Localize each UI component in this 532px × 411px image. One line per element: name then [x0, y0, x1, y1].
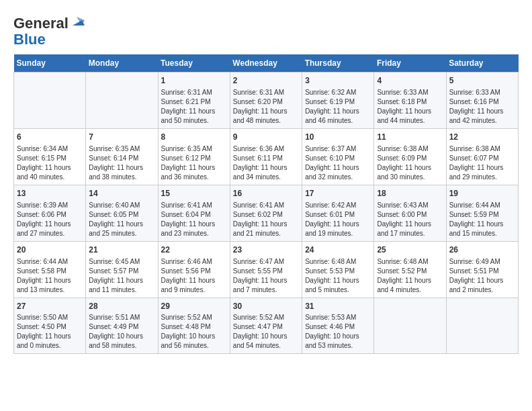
calendar-cell: 23Sunrise: 6:47 AM Sunset: 5:55 PM Dayli… — [230, 241, 302, 298]
calendar-cell: 14Sunrise: 6:40 AM Sunset: 6:05 PM Dayli… — [86, 185, 158, 241]
calendar-week-row: 6Sunrise: 6:34 AM Sunset: 6:15 PM Daylig… — [14, 129, 519, 185]
day-number: 12 — [449, 132, 515, 143]
day-info: Sunrise: 6:43 AM Sunset: 6:00 PM Dayligh… — [377, 201, 443, 238]
day-info: Sunrise: 6:44 AM Sunset: 5:59 PM Dayligh… — [449, 201, 515, 238]
day-number: 27 — [17, 301, 83, 312]
day-number: 28 — [89, 301, 154, 312]
day-of-week-header: Wednesday — [230, 54, 302, 73]
day-info: Sunrise: 6:45 AM Sunset: 5:57 PM Dayligh… — [89, 257, 154, 295]
day-number: 10 — [305, 132, 371, 143]
day-info: Sunrise: 6:35 AM Sunset: 6:14 PM Dayligh… — [89, 144, 154, 182]
day-number: 5 — [449, 75, 515, 87]
day-number: 6 — [17, 132, 83, 143]
logo: General Blue — [13, 13, 85, 48]
calendar-cell: 17Sunrise: 6:42 AM Sunset: 6:01 PM Dayli… — [302, 185, 374, 241]
day-of-week-header: Saturday — [446, 54, 518, 73]
day-info: Sunrise: 6:46 AM Sunset: 5:56 PM Dayligh… — [161, 257, 227, 295]
day-info: Sunrise: 5:51 AM Sunset: 4:49 PM Dayligh… — [89, 313, 154, 351]
day-of-week-header: Tuesday — [158, 54, 230, 73]
calendar-cell: 15Sunrise: 6:41 AM Sunset: 6:04 PM Dayli… — [158, 185, 230, 241]
day-info: Sunrise: 6:32 AM Sunset: 6:19 PM Dayligh… — [305, 88, 371, 126]
logo-blue-text: Blue — [13, 31, 46, 48]
day-info: Sunrise: 6:42 AM Sunset: 6:01 PM Dayligh… — [305, 201, 371, 238]
calendar-week-row: 27Sunrise: 5:50 AM Sunset: 4:50 PM Dayli… — [14, 298, 519, 354]
calendar-cell: 13Sunrise: 6:39 AM Sunset: 6:06 PM Dayli… — [14, 185, 86, 241]
day-number: 17 — [305, 188, 371, 199]
day-number: 31 — [305, 301, 371, 312]
day-info: Sunrise: 6:40 AM Sunset: 6:05 PM Dayligh… — [89, 201, 154, 238]
day-number: 16 — [233, 188, 299, 199]
calendar-cell: 26Sunrise: 6:49 AM Sunset: 5:51 PM Dayli… — [446, 241, 518, 298]
calendar-cell — [374, 298, 446, 354]
calendar-cell: 2Sunrise: 6:31 AM Sunset: 6:20 PM Daylig… — [230, 73, 302, 129]
day-number: 19 — [449, 188, 515, 199]
day-info: Sunrise: 6:44 AM Sunset: 5:58 PM Dayligh… — [17, 257, 83, 295]
day-number: 9 — [233, 132, 299, 143]
calendar-cell: 20Sunrise: 6:44 AM Sunset: 5:58 PM Dayli… — [14, 241, 86, 298]
calendar-cell: 24Sunrise: 6:48 AM Sunset: 5:53 PM Dayli… — [302, 241, 374, 298]
day-info: Sunrise: 6:37 AM Sunset: 6:10 PM Dayligh… — [305, 144, 371, 182]
calendar-cell: 22Sunrise: 6:46 AM Sunset: 5:56 PM Dayli… — [158, 241, 230, 298]
day-number: 1 — [161, 75, 227, 87]
day-number: 15 — [161, 188, 227, 199]
calendar-cell — [86, 73, 158, 129]
calendar-cell: 16Sunrise: 6:41 AM Sunset: 6:02 PM Dayli… — [230, 185, 302, 241]
day-number: 30 — [233, 301, 299, 312]
day-number: 8 — [161, 132, 227, 143]
calendar-cell: 5Sunrise: 6:33 AM Sunset: 6:16 PM Daylig… — [446, 73, 518, 129]
calendar-cell — [14, 73, 86, 129]
day-info: Sunrise: 6:33 AM Sunset: 6:18 PM Dayligh… — [377, 88, 443, 126]
day-number: 13 — [17, 188, 83, 199]
calendar-cell: 28Sunrise: 5:51 AM Sunset: 4:49 PM Dayli… — [86, 298, 158, 354]
day-number: 3 — [305, 75, 371, 87]
day-info: Sunrise: 5:50 AM Sunset: 4:50 PM Dayligh… — [17, 313, 83, 351]
calendar-cell: 18Sunrise: 6:43 AM Sunset: 6:00 PM Dayli… — [374, 185, 446, 241]
calendar-week-row: 20Sunrise: 6:44 AM Sunset: 5:58 PM Dayli… — [14, 241, 519, 298]
calendar-cell — [446, 298, 518, 354]
day-number: 4 — [377, 75, 443, 87]
day-info: Sunrise: 6:48 AM Sunset: 5:53 PM Dayligh… — [305, 257, 371, 295]
calendar-cell: 25Sunrise: 6:48 AM Sunset: 5:52 PM Dayli… — [374, 241, 446, 298]
day-number: 23 — [233, 244, 299, 256]
calendar-cell: 11Sunrise: 6:38 AM Sunset: 6:09 PM Dayli… — [374, 129, 446, 185]
day-info: Sunrise: 6:31 AM Sunset: 6:20 PM Dayligh… — [233, 88, 299, 126]
day-info: Sunrise: 5:53 AM Sunset: 4:46 PM Dayligh… — [305, 313, 371, 351]
day-info: Sunrise: 6:33 AM Sunset: 6:16 PM Dayligh… — [449, 88, 515, 126]
day-number: 21 — [89, 244, 154, 256]
calendar-week-row: 13Sunrise: 6:39 AM Sunset: 6:06 PM Dayli… — [14, 185, 519, 241]
logo-icon — [70, 13, 85, 28]
day-number: 29 — [161, 301, 227, 312]
day-number: 20 — [17, 244, 83, 256]
day-info: Sunrise: 6:47 AM Sunset: 5:55 PM Dayligh… — [233, 257, 299, 295]
calendar-week-row: 1Sunrise: 6:31 AM Sunset: 6:21 PM Daylig… — [14, 73, 519, 129]
day-info: Sunrise: 6:49 AM Sunset: 5:51 PM Dayligh… — [449, 257, 515, 295]
calendar-cell: 30Sunrise: 5:52 AM Sunset: 4:47 PM Dayli… — [230, 298, 302, 354]
calendar-cell: 29Sunrise: 5:52 AM Sunset: 4:48 PM Dayli… — [158, 298, 230, 354]
day-number: 11 — [377, 132, 443, 143]
day-number: 2 — [233, 75, 299, 87]
day-info: Sunrise: 5:52 AM Sunset: 4:48 PM Dayligh… — [161, 313, 227, 351]
calendar-cell: 8Sunrise: 6:35 AM Sunset: 6:12 PM Daylig… — [158, 129, 230, 185]
day-number: 24 — [305, 244, 371, 256]
day-info: Sunrise: 6:41 AM Sunset: 6:04 PM Dayligh… — [161, 201, 227, 238]
day-of-week-header: Friday — [374, 54, 446, 73]
calendar-header-row: SundayMondayTuesdayWednesdayThursdayFrid… — [14, 54, 519, 73]
page-header: General Blue — [13, 13, 519, 48]
calendar-cell: 3Sunrise: 6:32 AM Sunset: 6:19 PM Daylig… — [302, 73, 374, 129]
day-info: Sunrise: 6:38 AM Sunset: 6:09 PM Dayligh… — [377, 144, 443, 182]
day-info: Sunrise: 6:41 AM Sunset: 6:02 PM Dayligh… — [233, 201, 299, 238]
calendar-cell: 31Sunrise: 5:53 AM Sunset: 4:46 PM Dayli… — [302, 298, 374, 354]
day-info: Sunrise: 6:34 AM Sunset: 6:15 PM Dayligh… — [17, 144, 83, 182]
day-info: Sunrise: 6:36 AM Sunset: 6:11 PM Dayligh… — [233, 144, 299, 182]
calendar-table: SundayMondayTuesdayWednesdayThursdayFrid… — [13, 54, 519, 354]
day-info: Sunrise: 6:48 AM Sunset: 5:52 PM Dayligh… — [377, 257, 443, 295]
day-info: Sunrise: 6:39 AM Sunset: 6:06 PM Dayligh… — [17, 201, 83, 238]
day-number: 7 — [89, 132, 154, 143]
calendar-cell: 21Sunrise: 6:45 AM Sunset: 5:57 PM Dayli… — [86, 241, 158, 298]
calendar-cell: 9Sunrise: 6:36 AM Sunset: 6:11 PM Daylig… — [230, 129, 302, 185]
day-number: 22 — [161, 244, 227, 256]
day-of-week-header: Monday — [86, 54, 158, 73]
calendar-cell: 12Sunrise: 6:38 AM Sunset: 6:07 PM Dayli… — [446, 129, 518, 185]
calendar-cell: 10Sunrise: 6:37 AM Sunset: 6:10 PM Dayli… — [302, 129, 374, 185]
day-of-week-header: Thursday — [302, 54, 374, 73]
